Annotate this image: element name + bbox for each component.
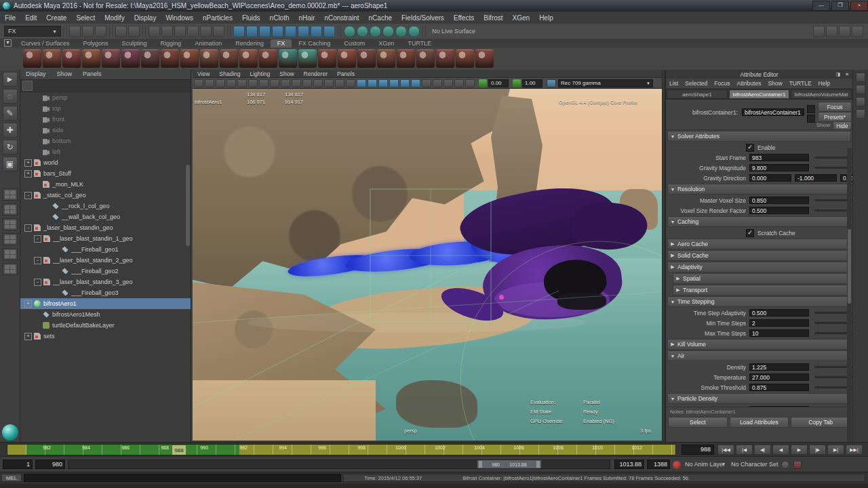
sidebar-channel-box-icon[interactable]: [852, 26, 863, 37]
layout-preset-button[interactable]: [3, 218, 18, 230]
redo-icon[interactable]: [128, 26, 140, 37]
collapse-icon[interactable]: -: [34, 279, 41, 286]
close-icon[interactable]: ✕: [845, 72, 849, 77]
expand-icon[interactable]: +: [24, 300, 32, 308]
exposure-icon[interactable]: [479, 79, 487, 87]
attr-value-field[interactable]: 10: [749, 329, 809, 337]
menu-xgen[interactable]: XGen: [508, 14, 535, 22]
chevron-down-icon[interactable]: ▼: [722, 462, 726, 466]
open-scene-icon[interactable]: [82, 26, 94, 37]
mask-surfaces-icon[interactable]: [311, 26, 322, 37]
tree-item-top[interactable]: top: [20, 103, 191, 114]
shelf-tab-custom[interactable]: Custom: [337, 39, 372, 47]
safe-action-icon[interactable]: [324, 79, 334, 87]
nparticle-instancer-icon[interactable]: [161, 49, 179, 68]
menu-nconstraint[interactable]: nConstraint: [319, 14, 363, 22]
menu-nparticles[interactable]: nParticles: [198, 14, 237, 22]
tree-item-side[interactable]: side: [20, 125, 191, 136]
outliner-scrollbar[interactable]: [186, 165, 190, 246]
make-live-icon[interactable]: [213, 26, 224, 37]
command-language-toggle[interactable]: MEL: [1, 474, 22, 482]
use-all-lights-icon[interactable]: [378, 79, 388, 87]
tree-item-bottom[interactable]: bottom: [20, 136, 191, 146]
ae-menu-turtle[interactable]: TURTLE: [786, 80, 815, 87]
attr-value-field[interactable]: 983: [749, 154, 809, 161]
render-view-icon[interactable]: [344, 26, 355, 37]
view-transform-select[interactable]: Rec 709 gamma ▼: [558, 79, 653, 87]
mask-deformers-icon[interactable]: [323, 26, 335, 37]
ae-menu-attributes[interactable]: Attributes: [733, 80, 764, 87]
nparticle-balls-icon[interactable]: [43, 49, 61, 68]
tree-item-fireball-geo3[interactable]: ___Fireball_geo3: [20, 287, 191, 298]
swatch-icon[interactable]: [807, 115, 815, 123]
statusline-separator[interactable]: [338, 25, 341, 37]
snap-projected-center-icon[interactable]: [187, 26, 199, 37]
animation-end-field[interactable]: 1388: [647, 460, 670, 469]
checkbox-checked[interactable]: ✓: [746, 229, 754, 237]
shaded-icon[interactable]: [357, 79, 366, 87]
menu-ncloth[interactable]: nCloth: [265, 14, 294, 22]
sprite-icon[interactable]: [180, 49, 199, 68]
attr-value-field[interactable]: 27.000: [749, 373, 809, 381]
ae-menu-selected[interactable]: Selected: [682, 80, 711, 87]
isolate-select-icon[interactable]: [443, 79, 453, 87]
hypershade-icon[interactable]: [395, 26, 407, 37]
set-key-icon[interactable]: [793, 461, 802, 469]
section-header-solid-cache[interactable]: ▶Solid Cache: [667, 250, 851, 261]
move-tool[interactable]: ✚: [3, 123, 18, 138]
lock-camera-icon[interactable]: [205, 79, 214, 87]
soft-body-icon[interactable]: [475, 49, 494, 68]
shelf-tab-turtle[interactable]: TURTLE: [401, 39, 438, 47]
outliner-menu-display[interactable]: Display: [20, 70, 52, 79]
film-gate-icon[interactable]: [281, 79, 290, 87]
safe-title-icon[interactable]: [335, 79, 344, 87]
ae-tab-aeroshape1[interactable]: aeroShape1: [667, 89, 728, 99]
mask-curves-icon[interactable]: [298, 26, 309, 37]
viewport-menu-renderer[interactable]: Renderer: [299, 70, 332, 77]
tree-item-wall-back-col-geo[interactable]: __wall_back_col_geo: [20, 211, 191, 222]
shelf-tab-sculpting[interactable]: Sculpting: [115, 39, 154, 47]
tree-item-front[interactable]: front: [20, 114, 191, 125]
curve-flow-icon[interactable]: [416, 49, 435, 68]
snap-point-icon[interactable]: [174, 26, 186, 37]
section-header-particle-density[interactable]: ▼Particle Density: [667, 393, 851, 404]
menu-ncache[interactable]: nCache: [364, 14, 397, 22]
color-management-icon[interactable]: [547, 79, 556, 87]
tree-item-fireball-geo2[interactable]: ___Fireball_geo2: [20, 266, 191, 277]
smoke-icon[interactable]: [338, 49, 356, 68]
ae-menu-show[interactable]: Show: [764, 80, 785, 87]
character-set-label[interactable]: No Character Set: [731, 461, 778, 468]
grid-icon[interactable]: [270, 79, 279, 87]
load-attributes-button[interactable]: Load Attributes: [730, 417, 789, 428]
bookmark-icon[interactable]: [226, 79, 236, 87]
layout-preset-button[interactable]: [3, 263, 18, 275]
section-header-spatial[interactable]: ▶Spatial: [673, 273, 851, 284]
attr-value-field[interactable]: 0.500: [749, 207, 809, 214]
render-current-frame-icon[interactable]: [357, 26, 368, 37]
current-time-field[interactable]: 988: [682, 445, 714, 455]
ae-menu-list[interactable]: List: [666, 80, 682, 87]
fireworks-icon[interactable]: [357, 49, 376, 68]
statusline-separator[interactable]: [109, 25, 113, 37]
viewport-menu-shading[interactable]: Shading: [214, 70, 245, 77]
select-object-icon[interactable]: [246, 26, 258, 37]
ae-tab-bifrostaerocontainer1[interactable]: bifrostAeroContainer1: [729, 89, 790, 99]
expand-icon[interactable]: +: [24, 333, 32, 340]
hide-button[interactable]: Hide: [833, 121, 852, 130]
select-tool[interactable]: ►: [3, 72, 18, 87]
section-header-adaptivity[interactable]: ▶Adaptivity: [667, 262, 851, 272]
resolution-gate-icon[interactable]: [292, 79, 301, 87]
section-header-air[interactable]: ▼Air: [667, 350, 851, 361]
scale-tool[interactable]: ▣: [3, 157, 18, 171]
textured-icon[interactable]: [368, 79, 377, 87]
multisample-icon[interactable]: [422, 79, 431, 87]
ipr-render-icon[interactable]: [370, 26, 381, 37]
shelf-tab-xgen[interactable]: XGen: [372, 39, 401, 47]
new-scene-icon[interactable]: [69, 26, 81, 37]
lightning-icon[interactable]: [377, 49, 395, 68]
anim-layer-label[interactable]: No Anim Layer: [685, 461, 725, 468]
expand-icon[interactable]: +: [24, 170, 32, 178]
gamma-field[interactable]: 1.00: [522, 79, 542, 87]
fluid-2d-icon[interactable]: [220, 49, 238, 68]
select-hierarchy-icon[interactable]: [233, 26, 245, 37]
